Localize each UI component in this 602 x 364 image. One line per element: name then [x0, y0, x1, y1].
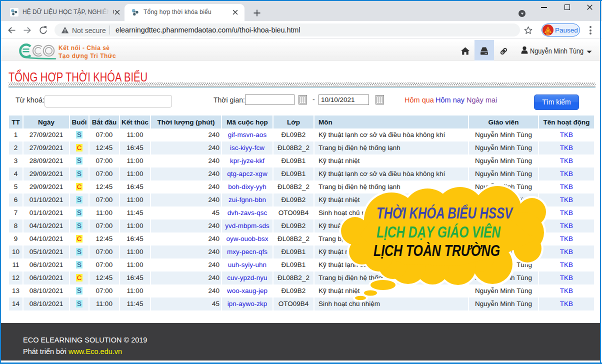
svg-text:LỊCH DẠY GIÁO VIÊN: LỊCH DẠY GIÁO VIÊN — [376, 223, 501, 241]
svg-text:TỔNG HỢP THỜI KHÓA BIỂU: TỔNG HỢP THỜI KHÓA BIỂU — [8, 70, 148, 84]
svg-text:LỊCH TOÀN TRƯỜNG: LỊCH TOÀN TRƯỜNG — [374, 242, 500, 260]
svg-text:IGE: IGE — [546, 33, 550, 36]
svg-text:THỜI KHÓA BIỂU HSSV: THỜI KHÓA BIỂU HSSV — [376, 204, 514, 222]
